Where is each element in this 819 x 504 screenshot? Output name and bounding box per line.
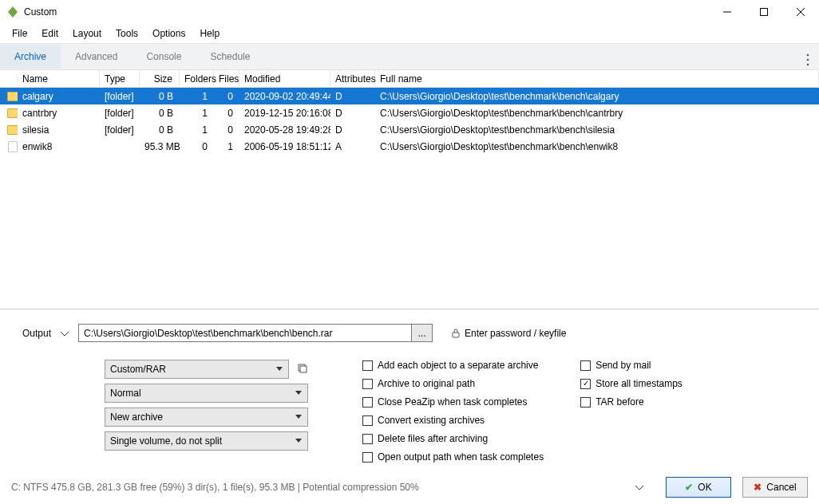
output-dropdown-icon[interactable] bbox=[51, 328, 78, 339]
menu-options[interactable]: Options bbox=[145, 25, 192, 42]
minimize-button[interactable] bbox=[709, 0, 746, 24]
window-title: Custom bbox=[24, 6, 57, 18]
checkbox-icon bbox=[362, 452, 373, 463]
checkbox-icon bbox=[362, 397, 373, 408]
cell-size: 0 B bbox=[140, 123, 180, 137]
cell-name: calgary bbox=[18, 89, 100, 104]
left-check-3[interactable]: Convert existing archives bbox=[362, 415, 544, 426]
cell-attr: D bbox=[330, 89, 375, 104]
ok-label: OK bbox=[698, 482, 711, 493]
cell-modified: 2019-12-15 20:16:08 bbox=[239, 106, 330, 120]
right-check-1[interactable]: ✓Store all timestamps bbox=[580, 378, 682, 389]
menu-file[interactable]: File bbox=[5, 25, 34, 42]
checkbox-label: TAR before bbox=[595, 396, 643, 408]
cell-name: silesia bbox=[18, 123, 100, 137]
checkbox-icon bbox=[580, 397, 591, 408]
left-check-4[interactable]: Delete files after archiving bbox=[362, 433, 544, 444]
cell-attr: D bbox=[330, 123, 375, 137]
cell-name: enwik8 bbox=[18, 140, 100, 154]
right-check-2[interactable]: TAR before bbox=[580, 396, 682, 408]
folder-icon bbox=[7, 92, 18, 101]
file-icon bbox=[8, 141, 18, 152]
menu-tools[interactable]: Tools bbox=[109, 25, 145, 42]
cell-files: 1 bbox=[214, 140, 239, 154]
status-dropdown-icon[interactable] bbox=[635, 482, 643, 493]
cell-name: cantrbry bbox=[18, 106, 100, 120]
menu-help[interactable]: Help bbox=[192, 25, 227, 42]
checkbox-label: Add each object to a separate archive bbox=[378, 360, 538, 371]
cell-type: [folder] bbox=[100, 106, 140, 120]
lock-icon bbox=[452, 329, 460, 338]
tab-archive[interactable]: Archive bbox=[0, 45, 61, 69]
checkbox-icon bbox=[362, 434, 373, 444]
cell-modified: 2020-09-02 20:49:44 bbox=[239, 89, 330, 104]
cell-attr: A bbox=[330, 140, 375, 154]
cell-size: 95.3 MB bbox=[140, 140, 180, 154]
left-check-0[interactable]: Add each object to a separate archive bbox=[362, 360, 544, 371]
cell-folders: 1 bbox=[180, 106, 214, 120]
table-row[interactable]: calgary[folder]0 B102020-09-02 20:49:44D… bbox=[0, 88, 819, 104]
output-path-input[interactable] bbox=[78, 324, 412, 342]
cell-fullname: C:\Users\Giorgio\Desktop\test\benchmark\… bbox=[375, 89, 819, 104]
svg-point-6 bbox=[807, 64, 809, 66]
folder-icon bbox=[7, 108, 18, 118]
x-icon: ✖ bbox=[754, 482, 762, 493]
cell-attr: D bbox=[330, 106, 375, 120]
column-size[interactable]: Size bbox=[140, 70, 180, 88]
tab-console[interactable]: Console bbox=[132, 45, 196, 69]
column-type[interactable]: Type bbox=[100, 70, 140, 88]
left-check-5[interactable]: Open output path when task completes bbox=[362, 451, 544, 463]
cell-folders: 0 bbox=[180, 140, 214, 154]
svg-rect-1 bbox=[761, 9, 768, 16]
browse-button[interactable]: ... bbox=[412, 324, 433, 342]
split-volume-select[interactable]: Single volume, do not split bbox=[105, 431, 308, 451]
checkbox-label: Send by mail bbox=[595, 360, 651, 371]
cell-fullname: C:\Users\Giorgio\Desktop\test\benchmark\… bbox=[375, 123, 819, 137]
enter-password-link[interactable]: Enter password / keyfile bbox=[452, 328, 566, 339]
cell-type bbox=[100, 145, 140, 148]
left-check-2[interactable]: Close PeaZip when task completes bbox=[362, 396, 544, 408]
copy-format-icon[interactable] bbox=[297, 363, 308, 376]
cell-modified: 2020-05-28 19:49:28 bbox=[239, 123, 330, 137]
column-modified[interactable]: Modified bbox=[239, 70, 330, 88]
checkbox-label: Convert existing archives bbox=[378, 415, 485, 426]
left-check-1[interactable]: Archive to original path bbox=[362, 378, 544, 389]
svg-rect-9 bbox=[300, 366, 307, 372]
column-attributes[interactable]: Attributes bbox=[330, 70, 375, 88]
ok-button[interactable]: ✔ OK bbox=[666, 477, 731, 498]
archive-mode-select[interactable]: New archive bbox=[105, 408, 308, 427]
svg-point-4 bbox=[807, 54, 809, 57]
column-files[interactable]: Files bbox=[214, 70, 239, 88]
table-row[interactable]: silesia[folder]0 B102020-05-28 19:49:28D… bbox=[0, 121, 819, 138]
tab-advanced[interactable]: Advanced bbox=[61, 45, 132, 69]
svg-point-5 bbox=[807, 59, 809, 61]
file-list[interactable]: calgary[folder]0 B102020-09-02 20:49:44D… bbox=[0, 88, 819, 309]
checkbox-label: Archive to original path bbox=[378, 378, 475, 389]
tab-overflow-button[interactable] bbox=[803, 50, 813, 72]
output-label: Output bbox=[13, 328, 51, 339]
column-folders[interactable]: Folders bbox=[180, 70, 214, 88]
close-button[interactable] bbox=[782, 0, 819, 24]
table-header: Name Type Size Folders Files Modified At… bbox=[0, 70, 819, 88]
check-icon: ✔ bbox=[685, 482, 693, 493]
menu-bar: File Edit Layout Tools Options Help bbox=[0, 24, 819, 43]
menu-layout[interactable]: Layout bbox=[65, 25, 109, 42]
status-text: C: NTFS 475.8 GB, 281.3 GB free (59%) 3 … bbox=[11, 482, 419, 493]
checkbox-label: Store all timestamps bbox=[595, 378, 682, 389]
archive-format-select[interactable]: Custom/RAR bbox=[105, 360, 289, 379]
menu-edit[interactable]: Edit bbox=[34, 25, 65, 42]
table-row[interactable]: enwik895.3 MB012006-05-19 18:51:12AC:\Us… bbox=[0, 138, 819, 155]
column-fullname[interactable]: Full name bbox=[375, 70, 819, 88]
cell-files: 0 bbox=[214, 123, 239, 137]
cell-folders: 1 bbox=[180, 123, 214, 137]
checkbox-icon bbox=[362, 415, 373, 426]
checkbox-label: Delete files after archiving bbox=[378, 433, 488, 444]
cell-type: [folder] bbox=[100, 123, 140, 137]
right-check-0[interactable]: Send by mail bbox=[580, 360, 682, 371]
maximize-button[interactable] bbox=[746, 0, 782, 24]
cancel-button[interactable]: ✖ Cancel bbox=[742, 477, 808, 498]
column-name[interactable]: Name bbox=[18, 70, 100, 88]
compression-level-select[interactable]: Normal bbox=[105, 384, 308, 403]
tab-schedule[interactable]: Schedule bbox=[196, 45, 264, 69]
table-row[interactable]: cantrbry[folder]0 B102019-12-15 20:16:08… bbox=[0, 104, 819, 121]
